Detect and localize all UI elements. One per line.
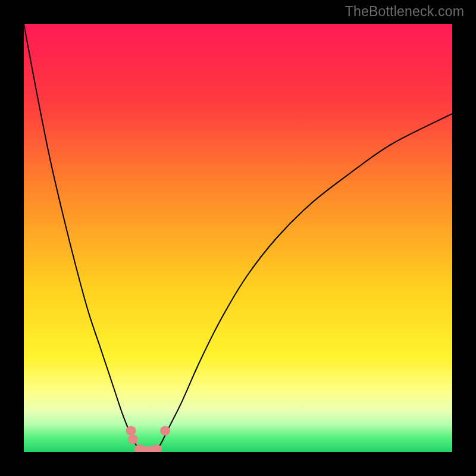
marker-left-lower	[128, 434, 138, 444]
chart-frame: TheBottleneck.com	[0, 0, 476, 476]
bottleneck-chart	[24, 24, 452, 452]
watermark-label: TheBottleneck.com	[345, 4, 464, 20]
gradient-background	[24, 24, 452, 452]
marker-left-upper	[126, 426, 136, 436]
plot-area	[24, 24, 452, 452]
marker-right	[160, 426, 170, 436]
